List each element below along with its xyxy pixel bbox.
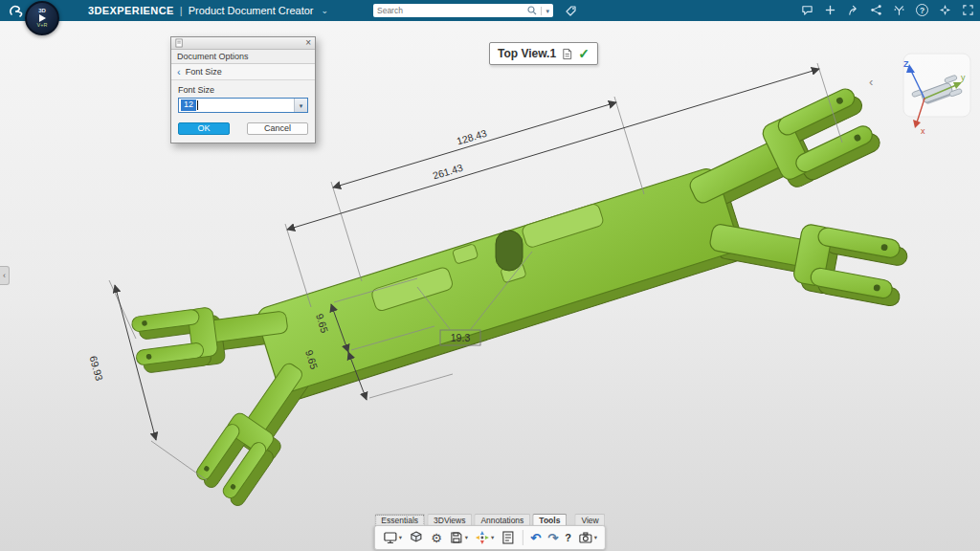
viewport-3d[interactable]: 128.43 261.43 69.93 9.65 9.65 19.3 (0, 0, 980, 551)
cancel-button[interactable]: Cancel (247, 122, 308, 135)
part-model[interactable] (122, 82, 930, 531)
view-name-label: Top View.1 (498, 47, 556, 60)
confirm-check-icon[interactable]: ✓ (578, 47, 590, 60)
dropdown-arrow-icon: ▾ (300, 102, 303, 109)
dialog-section-title: Document Options (171, 50, 315, 64)
back-nav-row[interactable]: ‹ Font Size (171, 64, 315, 80)
axis-x-label: x (921, 126, 925, 136)
share-icon[interactable] (847, 4, 859, 16)
toolbar-divider (523, 530, 523, 545)
action-toolbar: ▾ ⚙ ▾ ▾ (374, 525, 606, 550)
part-button[interactable] (407, 526, 426, 549)
undo-icon: ↶ (530, 532, 541, 544)
dropdown-arrow-icon[interactable]: ▾ (491, 535, 494, 541)
save-button[interactable]: ▾ (447, 526, 470, 549)
search-divider (541, 7, 542, 15)
dropdown-arrow-icon[interactable]: ▾ (465, 535, 468, 541)
tag-icon[interactable] (565, 5, 577, 17)
active-view-annotation[interactable]: Top View.1 ✓ (489, 42, 598, 65)
redo-button[interactable]: ↷ (546, 526, 560, 549)
document-options-dialog: × Document Options ‹ Font Size Font Size… (170, 36, 316, 143)
dim-length-outer[interactable]: 261.43 (432, 162, 464, 182)
dialog-doc-icon (175, 38, 184, 48)
application-window: 128.43 261.43 69.93 9.65 9.65 19.3 (0, 0, 980, 551)
play-icon[interactable] (39, 14, 46, 22)
chevron-left-icon: ‹ (869, 75, 873, 89)
network-share-icon[interactable] (870, 4, 882, 16)
search-bar: ▾ (373, 4, 553, 17)
question-mark-icon: ? (565, 533, 571, 543)
chevron-left-icon: ‹ (177, 67, 181, 77)
gear-icon: ⚙ (431, 532, 442, 544)
part-slot (496, 231, 523, 271)
help-icon[interactable]: ? (916, 4, 928, 16)
compass-colorful-icon (475, 530, 490, 545)
camera-icon (578, 530, 593, 545)
brand-title: 3DEXPERIENCE (88, 5, 174, 16)
update-button[interactable]: ▾ (473, 526, 496, 549)
dim-gap[interactable]: 19.3 (451, 332, 471, 343)
app-header: 3DEXPERIENCE | Product Document Creator … (88, 5, 328, 16)
app-switcher-chevron-icon[interactable]: ⌄ (321, 6, 328, 15)
selected-input-text: 12 (181, 99, 196, 111)
swym-icon[interactable] (893, 4, 905, 16)
export-view-button[interactable]: ▾ (381, 526, 404, 549)
axis-z-label: Z (903, 59, 909, 69)
sheet-button[interactable] (499, 526, 518, 549)
dropdown-arrow-icon[interactable]: ▾ (399, 535, 402, 541)
sheet-icon (501, 530, 516, 545)
font-size-field-label: Font Size (178, 85, 308, 95)
top-app-bar: 3DEXPERIENCE | Product Document Creator … (0, 0, 980, 21)
help-glyph: ? (920, 6, 924, 15)
panel-expander-arrow[interactable]: ‹ (0, 266, 10, 285)
search-options-chevron-icon[interactable]: ▾ (546, 8, 549, 14)
chat-icon[interactable] (801, 4, 813, 16)
close-icon[interactable]: × (305, 38, 311, 48)
topbar-actions: ? (801, 4, 974, 16)
search-icon[interactable] (527, 6, 537, 15)
dim-length-inner[interactable]: 128.43 (456, 127, 488, 147)
app-title[interactable]: Product Document Creator (189, 5, 314, 16)
cube-icon (409, 530, 424, 545)
undo-button[interactable]: ↶ (528, 526, 543, 549)
ok-button[interactable]: OK (178, 122, 230, 135)
monitor-icon (383, 530, 398, 545)
settings-button[interactable]: ⚙ (429, 526, 444, 549)
chevron-left-icon: ‹ (3, 271, 6, 280)
font-size-input[interactable]: 12 ▾ (178, 98, 308, 113)
redo-icon: ↷ (547, 532, 558, 544)
brand-divider: | (180, 5, 183, 16)
add-icon[interactable] (824, 4, 836, 16)
view-triad[interactable]: Z y x (903, 54, 970, 136)
triad-collapse-chevron[interactable]: ‹ (869, 75, 873, 89)
text-caret (197, 100, 198, 110)
compass-vr-label: V+R (37, 23, 48, 29)
axis-y-label: y (961, 73, 966, 82)
floppy-save-icon (449, 530, 464, 545)
combo-dropdown-button[interactable]: ▾ (294, 99, 307, 112)
dim-width[interactable]: 69.93 (88, 355, 105, 383)
help-button[interactable]: ? (563, 526, 573, 549)
fullscreen-icon[interactable] (962, 4, 974, 16)
dropdown-arrow-icon[interactable]: ▾ (594, 535, 597, 541)
back-nav-label: Font Size (186, 67, 222, 77)
platform-compass-icon[interactable] (939, 4, 951, 16)
dialog-titlebar[interactable]: × (171, 37, 315, 50)
search-input[interactable] (377, 6, 523, 15)
dialog-buttons: OK Cancel (178, 122, 308, 135)
compass-3d-label: 3D (38, 8, 46, 13)
view-sheet-icon[interactable] (561, 48, 573, 60)
compass-widget[interactable]: 3D V+R (25, 1, 59, 35)
capture-button[interactable]: ▾ (576, 526, 599, 549)
